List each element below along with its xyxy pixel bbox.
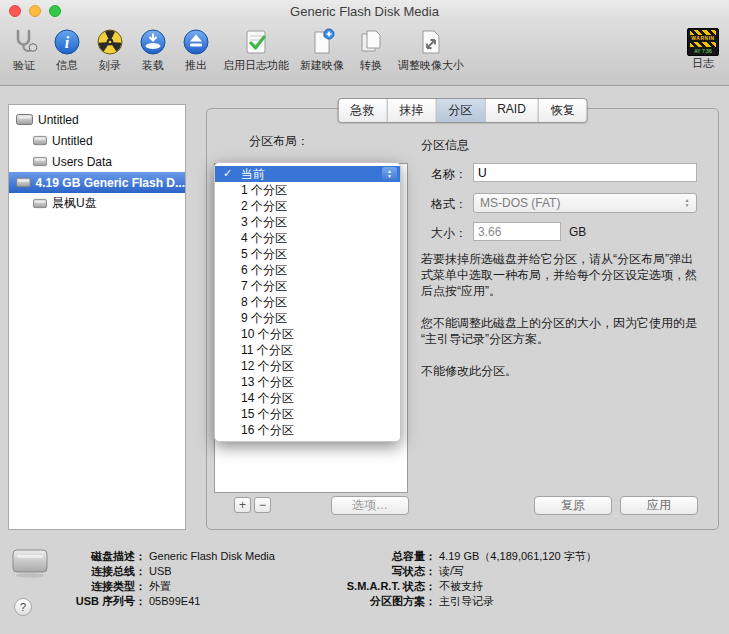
- eject-icon: [180, 25, 212, 58]
- sidebar-item-label: Users Data: [52, 155, 112, 169]
- toolbar-label: 启用日志功能: [223, 58, 289, 73]
- info-label: 写状态：: [324, 564, 436, 578]
- menu-item[interactable]: 3 个分区: [215, 214, 400, 230]
- menu-item[interactable]: 16 个分区: [215, 422, 400, 438]
- partition-add-remove-group: + −: [234, 497, 271, 513]
- convert-button[interactable]: 转换: [355, 25, 387, 73]
- minimize-button[interactable]: [29, 5, 41, 17]
- tab-partition[interactable]: 分区: [435, 99, 484, 122]
- volume-icon: [33, 156, 47, 167]
- menu-item-label: 5 个分区: [241, 246, 287, 263]
- volume-icon: [33, 198, 47, 209]
- info-button[interactable]: i 信息: [51, 25, 83, 73]
- toolbar-label: 日志: [692, 56, 714, 71]
- device-sidebar: Untitled Untitled Users Data 4.19 GB Gen…: [8, 104, 186, 530]
- sidebar-item-disk[interactable]: Untitled: [9, 109, 185, 130]
- toolbar-label: 装载: [142, 58, 164, 73]
- info-value: 主引导记录: [439, 594, 597, 608]
- apply-button[interactable]: 应用: [620, 496, 698, 515]
- toolbar-label: 验证: [13, 58, 35, 73]
- stethoscope-icon: [8, 25, 40, 58]
- info-label: S.M.A.R.T. 状态：: [324, 579, 436, 593]
- close-button[interactable]: [9, 5, 21, 17]
- menu-item-label: 14 个分区: [241, 390, 294, 407]
- info-value: USB: [149, 564, 321, 578]
- info-label: 连接总线：: [70, 564, 146, 578]
- menu-item-label: 15 个分区: [241, 406, 294, 423]
- name-input[interactable]: [473, 163, 697, 182]
- menu-item-label: 当前: [241, 166, 265, 183]
- partition-help-text-2: 您不能调整此磁盘上的分区的大小，因为它使用的是“主引导记录”分区方案。: [421, 315, 703, 347]
- revert-button[interactable]: 复原: [534, 496, 612, 515]
- menu-item[interactable]: 4 个分区: [215, 230, 400, 246]
- menu-item-label: 9 个分区: [241, 310, 287, 327]
- partition-panel: 急救 抹掉 分区 RAID 恢复 分区布局： 当前 1 个分区 2 个分区 3 …: [206, 108, 719, 530]
- partition-help-text-1: 若要抹掉所选磁盘并给它分区，请从“分区布局”弹出式菜单中选取一种布局，并给每个分…: [421, 251, 703, 299]
- menu-item[interactable]: 8 个分区: [215, 294, 400, 310]
- disk-icon: [16, 113, 33, 126]
- verify-button[interactable]: 验证: [8, 25, 40, 73]
- menu-item[interactable]: 12 个分区: [215, 358, 400, 374]
- mount-button[interactable]: 装载: [137, 25, 169, 73]
- tab-erase[interactable]: 抹掉: [386, 99, 435, 122]
- help-button[interactable]: ?: [14, 598, 32, 616]
- new-image-button[interactable]: 新建映像: [300, 25, 344, 73]
- remove-partition-button[interactable]: −: [254, 497, 271, 513]
- tab-bar: 急救 抹掉 分区 RAID 恢复: [337, 98, 588, 123]
- sidebar-item-label: 晨枫U盘: [52, 195, 97, 212]
- menu-item-label: 16 个分区: [241, 422, 294, 439]
- tab-first-aid[interactable]: 急救: [338, 99, 386, 122]
- menu-item[interactable]: 10 个分区: [215, 326, 400, 342]
- warning-log-icon: WARNIN AY 7:36: [687, 28, 719, 56]
- warning-text: WARNIN: [691, 36, 714, 41]
- toolbar: 验证 i 信息 刻录 装载 推出: [0, 22, 729, 86]
- menu-item[interactable]: 1 个分区: [215, 182, 400, 198]
- partition-info-title: 分区信息: [421, 137, 469, 154]
- tab-raid[interactable]: RAID: [484, 99, 538, 122]
- eject-button[interactable]: 推出: [180, 25, 212, 73]
- menu-item[interactable]: 9 个分区: [215, 310, 400, 326]
- sidebar-item-volume[interactable]: Untitled: [9, 130, 185, 151]
- resize-image-button[interactable]: 调整映像大小: [398, 25, 464, 73]
- menu-item[interactable]: 5 个分区: [215, 246, 400, 262]
- info-label: 磁盘描述：: [70, 549, 146, 563]
- menu-item-label: 6 个分区: [241, 262, 287, 279]
- menu-item[interactable]: 7 个分区: [215, 278, 400, 294]
- menu-item[interactable]: 13 个分区: [215, 374, 400, 390]
- toolbar-label: 推出: [185, 58, 207, 73]
- size-input[interactable]: [473, 222, 561, 241]
- menu-item[interactable]: 15 个分区: [215, 406, 400, 422]
- resize-image-icon: [415, 25, 447, 58]
- menu-item-current[interactable]: 当前: [215, 166, 400, 182]
- sidebar-item-volume[interactable]: Users Data: [9, 151, 185, 172]
- menu-item[interactable]: 14 个分区: [215, 390, 400, 406]
- burn-button[interactable]: 刻录: [94, 25, 126, 73]
- window-title: Generic Flash Disk Media: [60, 4, 669, 19]
- info-label: 总容量：: [324, 549, 436, 563]
- info-value: 读/写: [439, 564, 597, 578]
- menu-item-label: 12 个分区: [241, 358, 294, 375]
- menu-item[interactable]: 11 个分区: [215, 342, 400, 358]
- size-unit-label: GB: [569, 225, 586, 239]
- toolbar-label: 刻录: [99, 58, 121, 73]
- toolbar-label: 信息: [56, 58, 78, 73]
- info-value: 外置: [149, 579, 321, 593]
- sidebar-item-volume[interactable]: 晨枫U盘: [9, 193, 185, 214]
- info-value: Generic Flash Disk Media: [149, 549, 321, 563]
- menu-item[interactable]: 2 个分区: [215, 198, 400, 214]
- options-button[interactable]: 选项…: [331, 496, 409, 515]
- sidebar-item-flash-disk[interactable]: 4.19 GB Generic Flash D...: [9, 172, 185, 193]
- toolbar-label: 调整映像大小: [398, 58, 464, 73]
- menu-item-label: 2 个分区: [241, 198, 287, 215]
- menu-item[interactable]: 6 个分区: [215, 262, 400, 278]
- add-partition-button[interactable]: +: [234, 497, 251, 513]
- menu-item-label: 11 个分区: [241, 342, 293, 359]
- format-dropdown[interactable]: MS-DOS (FAT): [473, 193, 697, 213]
- size-label: 大小：: [421, 225, 467, 242]
- log-button[interactable]: WARNIN AY 7:36 日志: [687, 25, 719, 71]
- enable-journaling-button[interactable]: 启用日志功能: [223, 25, 289, 73]
- format-label: 格式：: [421, 196, 467, 213]
- menu-item-label: 8 个分区: [241, 294, 287, 311]
- name-label: 名称：: [421, 166, 467, 183]
- tab-restore[interactable]: 恢复: [538, 99, 587, 122]
